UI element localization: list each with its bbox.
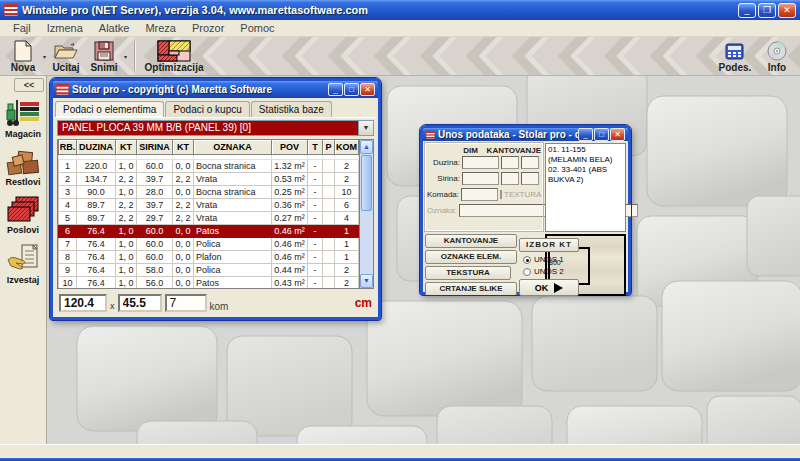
table-cell: 2, 2: [173, 172, 194, 185]
sidebar-item-poslovi[interactable]: Poslovi: [6, 196, 40, 235]
column-header[interactable]: RB.: [59, 140, 77, 154]
table-cell: [323, 237, 335, 250]
column-header[interactable]: KOM: [335, 140, 359, 154]
column-header[interactable]: OZNAKA: [194, 140, 272, 154]
menu-izmena[interactable]: Izmena: [40, 21, 90, 35]
table-row[interactable]: 676.41, 060.00, 0Patos0.46 m²-1: [59, 224, 359, 237]
info-button-label: Info: [768, 62, 786, 73]
table-row[interactable]: 2134.72, 239.72, 2Vrata0.53 m²-2: [59, 172, 359, 185]
kantovanje-button[interactable]: KANTOVANJE: [425, 234, 517, 248]
open-button-label: Ucitaj: [52, 62, 79, 73]
crtanje-slike-button[interactable]: CRTANJE SLIKE: [425, 282, 517, 296]
stolar-titlebar[interactable]: Stolar pro - copyright (c) Maretta Softw…: [53, 81, 378, 98]
table-row[interactable]: 489.72, 239.72, 2Vrata0.36 m²-6: [59, 198, 359, 211]
table-cell: 0, 0: [173, 263, 194, 276]
tab-podaci-o-elementima[interactable]: Podaci o elementima: [55, 101, 164, 117]
optimization-button[interactable]: Optimizacija: [142, 38, 206, 75]
table-scrollbar[interactable]: ▲ ▼: [359, 140, 373, 288]
quantity-input[interactable]: [165, 294, 207, 312]
material-list-item[interactable]: 02. 33-401 (ABS BUKVA 2): [548, 165, 623, 185]
save-dropdown-arrow[interactable]: ▾: [124, 53, 127, 60]
menu-alatke[interactable]: Alatke: [92, 21, 137, 35]
open-button[interactable]: Ucitaj: [47, 38, 85, 75]
close-button[interactable]: ✕: [778, 3, 796, 18]
table-row[interactable]: 976.41, 058.00, 0Polica0.44 m²-2: [59, 263, 359, 276]
table-row[interactable]: 589.72, 229.72, 2Vrata0.27 m²-4: [59, 211, 359, 224]
minimize-button[interactable]: _: [738, 3, 756, 18]
stolar-minimize-button[interactable]: _: [328, 83, 343, 96]
stolar-window: Stolar pro - copyright (c) Maretta Softw…: [50, 78, 381, 320]
scroll-down-icon[interactable]: ▼: [360, 274, 373, 288]
menu-fajl[interactable]: Fajl: [6, 21, 38, 35]
table-row[interactable]: 1076.41, 056.00, 0Patos0.43 m²-2: [59, 276, 359, 288]
column-header[interactable]: T: [308, 140, 323, 154]
settings-button[interactable]: Podes.: [716, 38, 754, 75]
table-cell: 60.0: [137, 237, 173, 250]
stolar-close-button[interactable]: ✕: [360, 83, 375, 96]
table-cell: 7: [59, 237, 77, 250]
info-button[interactable]: Info: [758, 38, 796, 75]
sidebar-item-izvestaj[interactable]: Izvestaj: [6, 244, 40, 285]
menu-mreza[interactable]: Mreza: [138, 21, 183, 35]
sidebar-collapse-button[interactable]: <<: [14, 78, 44, 92]
dropdown-arrow-icon[interactable]: ▼: [358, 121, 373, 135]
duzina-kt1-input[interactable]: [501, 156, 519, 169]
tab-statistika-baze[interactable]: Statistika baze: [251, 101, 332, 117]
stolar-maximize-button[interactable]: □: [344, 83, 359, 96]
unos1-radio[interactable]: UNOS 1: [519, 255, 579, 264]
play-arrow-icon: [554, 283, 563, 293]
status-bar: [0, 444, 800, 458]
sirina-input[interactable]: [462, 172, 499, 185]
scrollbar-thumb[interactable]: [361, 155, 372, 211]
duzina-input[interactable]: [462, 156, 499, 169]
new-dropdown-arrow[interactable]: ▾: [43, 53, 46, 60]
komada-input[interactable]: [461, 188, 498, 201]
unos-close-button[interactable]: ✕: [610, 128, 625, 141]
table-row[interactable]: 776.41, 060.00, 0Polica0.46 m²-1: [59, 237, 359, 250]
duzina-kt2-input[interactable]: [521, 156, 539, 169]
oznake-elem-button[interactable]: OZNAKE ELEM.: [425, 250, 517, 264]
dim-header: DIM: [454, 146, 486, 155]
optimization-icon: [157, 40, 191, 62]
table-cell: 60.0: [137, 250, 173, 263]
new-button[interactable]: Nova: [4, 38, 42, 75]
sidebar-item-restlovi[interactable]: Restlovi: [5, 148, 40, 187]
ok-button[interactable]: OK: [519, 279, 579, 296]
table-row[interactable]: 390.01, 028.00, 0Bocna stranica0.25 m²-1…: [59, 185, 359, 198]
tekstura-button[interactable]: TEKSTURA: [425, 266, 511, 280]
height-input[interactable]: [118, 294, 162, 312]
table-row[interactable]: 1220.01, 060.00, 0Bocna stranica1.32 m²-…: [59, 159, 359, 172]
menu-prozor[interactable]: Prozor: [185, 21, 231, 35]
sirina-kt1-input[interactable]: [501, 172, 519, 185]
komada-label: Komada:: [427, 190, 459, 199]
material-list-item[interactable]: 01. 11-155 (MELAMIN BELA): [548, 145, 623, 165]
textura-checkbox[interactable]: [500, 190, 502, 199]
table-cell: 1: [335, 237, 359, 250]
column-header[interactable]: KT: [173, 140, 194, 154]
menu-pomoc[interactable]: Pomoc: [233, 21, 281, 35]
table-cell: 0.43 m²: [272, 276, 308, 288]
unos-maximize-button[interactable]: □: [594, 128, 609, 141]
tab-podaci-o-kupcu[interactable]: Podaci o kupcu: [165, 101, 249, 117]
column-header[interactable]: DUZINA: [77, 140, 116, 154]
column-header[interactable]: P: [323, 140, 335, 154]
scroll-up-icon[interactable]: ▲: [360, 140, 373, 154]
unos-titlebar[interactable]: Unos podataka - Stolar pro - copyrigh...…: [423, 128, 628, 141]
column-header[interactable]: KT: [116, 140, 137, 154]
restore-button[interactable]: ❐: [758, 3, 776, 18]
material-listbox[interactable]: 01. 11-155 (MELAMIN BELA) 02. 33-401 (AB…: [545, 143, 626, 232]
material-dropdown[interactable]: PANEL PLOCA 39 MM B/B (PANEL 39) [0] ▼: [57, 120, 374, 136]
table-row[interactable]: 876.41, 060.00, 0Plafon0.46 m²-1: [59, 250, 359, 263]
unos-minimize-button[interactable]: _: [578, 128, 593, 141]
sidebar-item-magacin[interactable]: Magacin: [5, 98, 41, 139]
izbor-kt-button[interactable]: IZBOR KT: [519, 238, 579, 252]
column-header[interactable]: POV: [272, 140, 308, 154]
app-icon: [4, 4, 18, 16]
width-input[interactable]: [59, 294, 107, 312]
unos2-radio[interactable]: UNOS 2: [519, 267, 579, 276]
table-cell: 0, 0: [173, 159, 194, 172]
sirina-kt2-input[interactable]: [521, 172, 539, 185]
column-header[interactable]: SIRINA: [137, 140, 173, 154]
save-button[interactable]: Snimi: [85, 38, 123, 75]
table-cell: Vrata: [194, 211, 272, 224]
